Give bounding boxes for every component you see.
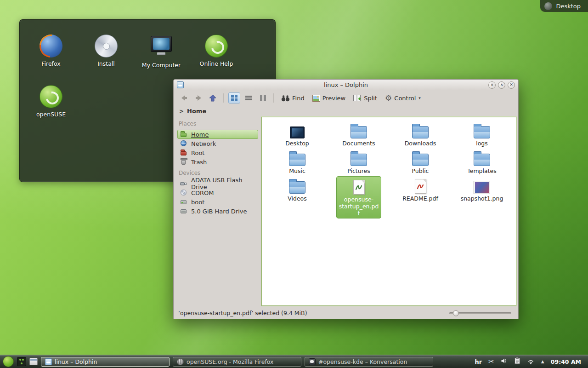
activity-widget[interactable] <box>17 357 26 366</box>
maximize-button[interactable]: ∧ <box>498 81 505 89</box>
icons-view-button[interactable] <box>228 92 240 104</box>
file-item-readme-pdf[interactable]: README.pdf <box>392 176 448 203</box>
places-panel: Places Home Network Root Trash Devic <box>175 116 260 307</box>
sidebar-item-hard-drive[interactable]: 5.0 GiB Hard Drive <box>177 207 258 216</box>
desktop-icon-my-computer[interactable]: My Computer <box>136 34 187 69</box>
sidebar-item-home[interactable]: Home <box>177 130 258 139</box>
sidebar-item-trash[interactable]: Trash <box>177 157 258 167</box>
trash-icon <box>180 158 187 166</box>
dolphin-app-icon <box>177 81 184 88</box>
chevron-down-icon: ▾ <box>418 96 421 100</box>
home-folder-icon <box>180 131 187 138</box>
close-button[interactable]: ✕ <box>508 81 515 89</box>
zoom-slider[interactable] <box>445 307 514 319</box>
clipboard-icon[interactable] <box>514 357 520 366</box>
clock[interactable]: 09:40 AM <box>551 358 581 365</box>
columns-view-icon <box>260 95 266 101</box>
desktop: Desktop Firefox Install My Computer Onli… <box>0 0 588 368</box>
file-item-public[interactable]: Public <box>392 149 448 176</box>
taskbar-task-firefox[interactable]: openSUSE.org - Mozilla Firefox <box>173 357 301 367</box>
breadcrumb-arrow-icon: > <box>179 108 184 115</box>
back-button[interactable] <box>178 92 190 104</box>
file-item-videos[interactable]: Videos <box>269 176 325 203</box>
minimize-button[interactable]: ∨ <box>488 81 496 89</box>
control-button[interactable]: ⚙ Control ▾ <box>382 93 424 104</box>
sidebar-item-root[interactable]: Root <box>177 148 258 157</box>
zoom-slider-handle[interactable] <box>453 310 459 316</box>
firefox-task-icon <box>177 358 184 365</box>
file-view: Desktop Documents Downloads logs <box>261 117 516 306</box>
split-button[interactable]: Split <box>351 93 380 103</box>
file-item-desktop[interactable]: Desktop <box>269 121 325 148</box>
firefox-icon <box>40 34 62 58</box>
icons-view-icon <box>231 95 237 101</box>
breadcrumb-home[interactable]: Home <box>187 108 206 115</box>
desktop-folder-icon <box>290 126 305 138</box>
show-desktop-button[interactable] <box>29 358 38 365</box>
taskbar-task-dolphin[interactable]: linux – Dolphin <box>41 357 170 367</box>
sidebar-item-network[interactable]: Network <box>177 139 258 148</box>
desktop-toolbox[interactable]: Desktop <box>540 0 588 12</box>
desktop-icon-install[interactable]: Install <box>80 34 132 67</box>
file-item-documents[interactable]: Documents <box>331 121 387 148</box>
file-item-logs[interactable]: logs <box>454 121 510 148</box>
file-grid: Desktop Documents Downloads logs <box>262 117 516 204</box>
details-view-button[interactable] <box>243 92 254 104</box>
find-button[interactable]: Find <box>278 93 307 103</box>
window-title: linux – Dolphin <box>174 81 518 88</box>
preview-icon <box>312 95 320 102</box>
columns-view-button[interactable] <box>257 92 269 104</box>
toolbar-separator <box>223 93 224 103</box>
volume-icon[interactable] <box>501 357 508 366</box>
desktop-icon-firefox[interactable]: Firefox <box>25 34 77 67</box>
folder-icon <box>474 154 490 166</box>
cdrom-icon <box>180 189 187 196</box>
sidebar-item-boot[interactable]: boot <box>177 197 258 207</box>
pdf-file-icon <box>353 180 365 195</box>
breadcrumb: > Home <box>174 106 518 116</box>
dolphin-icon <box>45 358 52 365</box>
status-text: ‘opensuse-startup_en.pdf’ selected (9.4 … <box>178 310 307 316</box>
toolbar-separator <box>273 93 274 103</box>
desktop-icon-opensuse[interactable]: openSUSE <box>25 85 77 118</box>
app-launcher-button[interactable] <box>3 356 14 367</box>
preview-button[interactable]: Preview <box>310 93 349 103</box>
network-icon[interactable] <box>527 357 535 366</box>
back-arrow-icon <box>180 94 189 102</box>
panel-expander-icon[interactable]: ▲ <box>541 359 544 364</box>
details-view-icon <box>245 95 252 101</box>
folder-icon <box>351 126 367 138</box>
file-item-music[interactable]: Music <box>269 149 325 176</box>
file-item-pictures[interactable]: Pictures <box>331 149 387 176</box>
folder-icon <box>289 154 305 166</box>
file-item-snapshot-png[interactable]: snapshot1.png <box>454 176 510 203</box>
titlebar[interactable]: linux – Dolphin ∨ ∧ ✕ <box>174 80 518 90</box>
up-button[interactable] <box>207 92 219 104</box>
dolphin-window: linux – Dolphin ∨ ∧ ✕ F <box>173 79 519 319</box>
online-help-icon <box>205 34 228 58</box>
sidebar-item-usb-drive[interactable]: ADATA USB Flash Drive <box>177 179 258 188</box>
toolbox-label: Desktop <box>556 3 581 10</box>
keyboard-layout-indicator[interactable]: hr <box>475 358 482 365</box>
install-cd-icon <box>95 34 118 58</box>
file-item-templates[interactable]: Templates <box>454 149 510 176</box>
taskbar-task-konversation[interactable]: #opensuse-kde – Konversation <box>305 357 433 367</box>
usb-drive-icon <box>180 180 187 187</box>
boot-drive-icon <box>180 198 187 206</box>
file-item-downloads[interactable]: Downloads <box>392 121 448 148</box>
cashew-icon <box>544 2 552 10</box>
konversation-icon <box>309 358 316 365</box>
desktop-icon-online-help[interactable]: Online Help <box>191 34 242 67</box>
up-arrow-icon <box>208 94 217 103</box>
file-item-opensuse-startup-pdf[interactable]: opensuse-startup_en.pdf <box>336 176 381 218</box>
klipper-scissors-icon[interactable]: ✂ <box>488 358 494 365</box>
places-header: Places <box>179 121 257 127</box>
forward-button[interactable] <box>192 92 204 104</box>
opensuse-icon <box>40 85 62 108</box>
pdf-file-icon <box>415 179 426 194</box>
folder-icon <box>412 154 429 166</box>
taskbar: linux – Dolphin openSUSE.org - Mozilla F… <box>0 355 588 368</box>
system-tray: hr ✂ ▲ 09:40 AM <box>475 357 585 366</box>
dolphin-toolbar: Find Preview Split ⚙ Control ▾ <box>174 90 518 106</box>
binoculars-icon <box>281 95 290 102</box>
